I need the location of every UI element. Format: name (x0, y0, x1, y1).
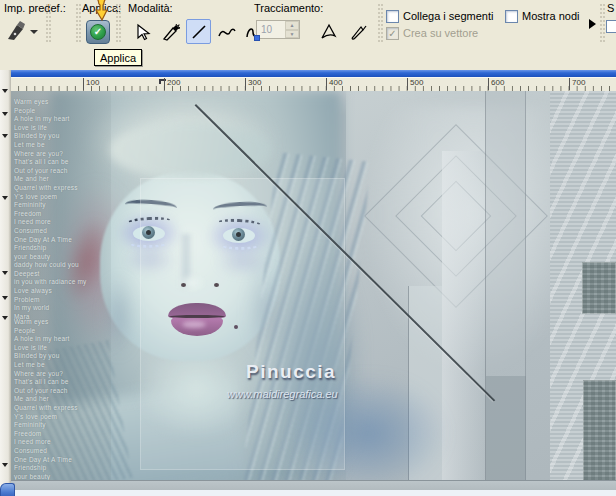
ruler-tick-label: 100 (83, 78, 99, 90)
drawing-pen-icon (161, 22, 181, 42)
flyout-arrow-icon[interactable] (2, 134, 8, 138)
flyout-arrow-icon[interactable] (2, 89, 8, 93)
edit-mode-button[interactable] (130, 19, 155, 44)
horizontal-ruler[interactable]: 100200300400500600700 (11, 77, 616, 91)
toolbar-separator (116, 4, 121, 44)
word-list: Warm eyesPeopleA hole in my heartLove is… (14, 318, 119, 496)
flyout-arrow-icon[interactable] (2, 316, 8, 320)
psp-window: { "toolbar": { "preset_label": "Imp. pre… (0, 0, 616, 496)
knife-icon (349, 23, 369, 41)
crea-su-vettore-label: Crea su vettore (403, 27, 478, 39)
portrait-hair-layer (109, 122, 271, 178)
apply-check-icon: ✓ (90, 24, 106, 40)
tracking-value: 10 (257, 21, 285, 38)
mode-label: Modalità: (128, 2, 173, 14)
flyout-arrow-icon[interactable] (2, 296, 8, 300)
image-canvas[interactable]: Warm eyesPeopleA hole in my heartLove is… (11, 91, 616, 496)
preset-pen-dropdown[interactable] (4, 18, 40, 45)
bezier-curve-mode-button[interactable] (214, 19, 239, 44)
spin-down-button[interactable]: ▼ (285, 30, 299, 39)
artwork-column (486, 376, 526, 481)
crea-su-vettore-checkbox: ✓ (386, 27, 399, 40)
arrow-cursor-icon (134, 23, 152, 41)
artwork-mosaic-square (583, 380, 616, 481)
ruler-tick-label: 400 (326, 78, 342, 90)
signature-text: Pinuccia (246, 361, 336, 383)
ruler-tick-label: 700 (569, 78, 585, 90)
bezier-curve-icon (217, 23, 237, 41)
clipped-group-label: S (607, 2, 614, 14)
ruler-tick-label: 500 (407, 78, 423, 90)
mostra-nodi-checkbox[interactable] (505, 10, 518, 23)
toolbar-overflow-arrow[interactable] (589, 19, 596, 29)
word-list: Warm eyesPeopleA hole in my heartLove is… (14, 98, 119, 321)
mostra-nodi-label: Mostra nodi (522, 10, 579, 22)
mouse-cursor-icon (91, 0, 113, 24)
spin-up-button[interactable]: ▲ (285, 21, 299, 30)
flyout-arrow-icon[interactable] (2, 463, 8, 467)
ruler-tick-label: 600 (488, 78, 504, 90)
fan-shape-icon (319, 23, 339, 41)
spinner-link-mark (254, 35, 260, 41)
artwork-column (486, 91, 526, 376)
flyout-arrow-icon[interactable] (2, 196, 8, 200)
flyout-arrow-icon[interactable] (2, 112, 8, 116)
applica-tooltip: Applica (94, 49, 142, 66)
preset-label: Imp. predef.: (4, 2, 66, 14)
artwork-mosaic-square (582, 262, 616, 314)
clipped-checkbox[interactable] (606, 20, 616, 33)
ruler-tick-label: 300 (245, 78, 261, 90)
toolbar-separator (46, 4, 51, 44)
artwork-bottom-band (11, 481, 616, 490)
toolbar-separator (76, 4, 81, 44)
window-bottom-strip (11, 490, 616, 496)
chevron-down-icon (30, 30, 38, 34)
knife-mode-button[interactable] (158, 19, 183, 44)
collega-checkbox-label: Collega i segmenti (403, 10, 494, 22)
image-window-top-edge (11, 70, 616, 77)
tracking-spinner[interactable]: 10 ▲ ▼ (256, 20, 300, 39)
collega-checkbox[interactable] (386, 10, 399, 23)
artwork-panel-edge (525, 91, 526, 481)
line-segment-icon (190, 23, 208, 41)
pen-preset-icon (4, 19, 26, 45)
tools-toolbar-edge (0, 70, 11, 496)
eraser-tool-button[interactable] (346, 19, 371, 44)
line-segment-mode-button[interactable] (186, 19, 211, 44)
toolbar-separator (378, 4, 383, 44)
flyout-arrow-icon[interactable] (2, 271, 8, 275)
website-text: www.maidiregrafica.eu (227, 388, 338, 400)
artwork-panel (442, 151, 486, 481)
palette-corner (0, 483, 15, 496)
tracking-label: Tracciamento: (254, 2, 323, 14)
ruler-tick-label: 200 (164, 78, 180, 90)
contour-tool-button[interactable] (316, 19, 341, 44)
toolbar-separator (600, 4, 605, 44)
